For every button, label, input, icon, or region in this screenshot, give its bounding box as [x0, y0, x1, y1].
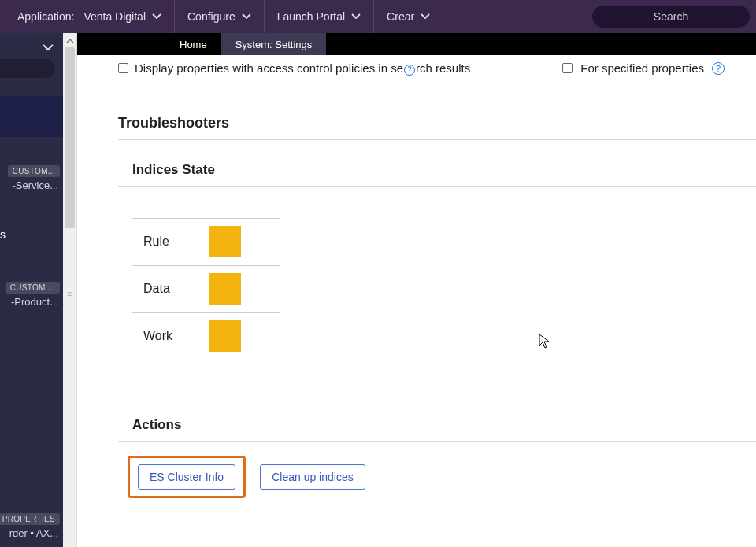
actions-title: Actions — [118, 395, 756, 441]
sidebar-item-properties[interactable]: PROPERTIES rder • AX... — [0, 513, 60, 539]
menu-launch-label: Launch Portal — [277, 10, 345, 23]
sidebar-dark-band — [0, 96, 63, 137]
indices-row-work: Work — [132, 313, 280, 360]
menu-create-label: Crear — [387, 10, 414, 23]
sidebar-item-label: rder • AX... — [0, 527, 60, 539]
es-cluster-info-button[interactable]: ES Cluster Info — [138, 464, 235, 490]
tabstrip: Home System: Settings — [77, 33, 756, 55]
checkbox-display-acl[interactable] — [118, 63, 128, 73]
sidebar: CUSTOM... -Service... s CUSTOM ... -Prod… — [0, 33, 63, 547]
mouse-cursor-icon — [539, 334, 551, 353]
scroll-thumb[interactable] — [65, 47, 75, 228]
indices-row-data: Data — [132, 266, 280, 313]
help-icon[interactable]: ? — [404, 65, 415, 76]
menu-configure[interactable]: Configure — [175, 0, 265, 33]
sidebar-badge: CUSTOM... — [8, 165, 60, 177]
section-title-troubleshooters: Troubleshooters — [118, 115, 756, 139]
chevron-down-icon — [242, 13, 251, 20]
indices-row-label: Data — [143, 282, 178, 296]
topbar: Application: Venta Digital Configure Lau… — [0, 0, 756, 33]
tab-system-settings[interactable]: System: Settings — [221, 33, 327, 55]
menu-configure-label: Configure — [187, 10, 235, 23]
checkbox-display-acl-label: Display properties with access control p… — [135, 61, 470, 76]
chevron-down-icon[interactable] — [43, 43, 54, 54]
indices-row-rule: Rule — [132, 219, 280, 266]
help-icon[interactable]: ? — [712, 62, 724, 75]
tab-home[interactable]: Home — [165, 33, 221, 55]
sidebar-item-label: -Product... — [0, 296, 60, 308]
sidebar-item-custom-product[interactable]: CUSTOM ... -Product... — [0, 282, 60, 308]
sidebar-pill — [0, 59, 55, 78]
search-input[interactable]: Search — [592, 6, 750, 28]
main-content: Display properties with access control p… — [77, 33, 756, 547]
label-part: rch results — [416, 61, 470, 75]
chevron-down-icon — [152, 13, 161, 20]
status-swatch — [209, 273, 241, 305]
status-swatch — [209, 226, 241, 257]
sidebar-item-label: -Service... — [0, 179, 60, 191]
divider — [118, 441, 756, 442]
indices-state-title: Indices State — [118, 140, 756, 186]
scroll-up-arrow-icon[interactable] — [63, 35, 76, 47]
indices-row-label: Rule — [143, 235, 178, 249]
indices-state-table: Rule Data Work — [132, 218, 280, 360]
checkbox-specified-props[interactable] — [562, 63, 573, 73]
vertical-scrollbar[interactable]: ≡ — [63, 33, 77, 547]
indices-row-label: Work — [143, 329, 178, 343]
divider — [118, 186, 756, 187]
tab-settings-label: System: Settings — [235, 39, 313, 50]
app-switcher[interactable]: Application: Venta Digital — [5, 0, 175, 33]
application-label: Application: — [17, 10, 77, 23]
sidebar-badge: CUSTOM ... — [6, 282, 60, 294]
label-part: Display properties with access control p… — [135, 61, 403, 75]
sidebar-badge: PROPERTIES — [0, 513, 60, 525]
chevron-down-icon — [351, 13, 361, 20]
status-swatch — [209, 320, 241, 352]
checkbox-specified-props-label: For specified properties — [580, 61, 704, 75]
highlight-annotation: ES Cluster Info — [128, 456, 246, 498]
search-placeholder: Search — [654, 10, 688, 23]
chevron-down-icon — [421, 13, 430, 20]
application-name: Venta Digital — [83, 10, 146, 23]
actions-buttons-row: ES Cluster Info Clean up indices — [128, 456, 756, 498]
sidebar-item-custom-service[interactable]: CUSTOM... -Service... — [0, 165, 60, 191]
clean-up-indices-button[interactable]: Clean up indices — [260, 464, 365, 490]
tab-home-label: Home — [180, 39, 207, 50]
sidebar-s-label: s — [0, 228, 6, 241]
checkbox-specified-props-group: For specified properties ? — [562, 61, 724, 75]
menu-create[interactable]: Crear — [374, 0, 443, 33]
menu-launch-portal[interactable]: Launch Portal — [265, 0, 374, 33]
drag-handle-icon[interactable]: ≡ — [63, 290, 76, 298]
settings-checkbox-row: Display properties with access control p… — [118, 61, 756, 115]
